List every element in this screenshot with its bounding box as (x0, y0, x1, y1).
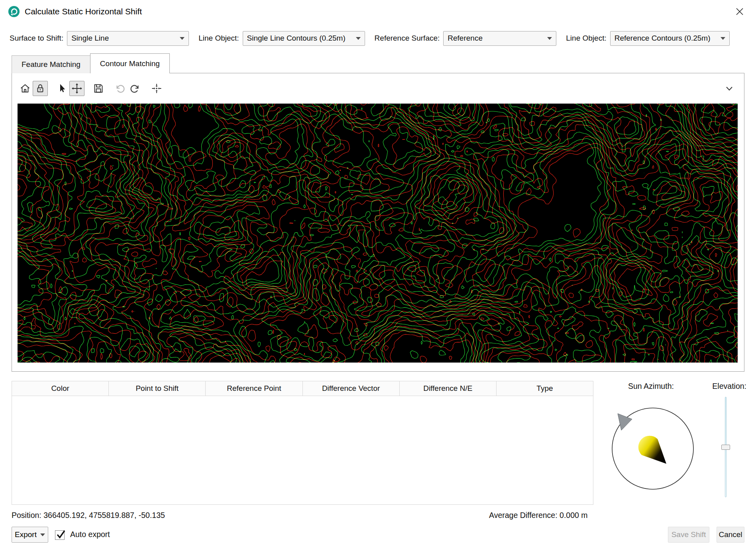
matching-tabs: Feature Matching Contour Matching (12, 53, 170, 73)
column-type[interactable]: Type (496, 381, 593, 396)
redo-icon[interactable] (128, 81, 143, 96)
tab-feature-matching[interactable]: Feature Matching (12, 55, 90, 73)
save-icon[interactable] (91, 81, 106, 96)
table-header: Color Point to Shift Reference Point Dif… (12, 381, 593, 396)
close-icon (735, 7, 744, 16)
column-reference-point[interactable]: Reference Point (205, 381, 302, 396)
reference-surface-value: Reference (448, 34, 483, 43)
surface-to-shift-label: Surface to Shift: (10, 34, 63, 43)
elevation-slider (721, 397, 730, 497)
close-button[interactable] (731, 3, 748, 20)
reference-surface-select[interactable]: Reference (443, 31, 556, 46)
shift-points-table: Color Point to Shift Reference Point Dif… (12, 381, 593, 505)
elevation-label: Elevation: (712, 382, 746, 391)
pan-move-icon[interactable] (69, 81, 84, 96)
contour-matching-panel (12, 73, 744, 372)
line-object-shift-label: Line Object: (198, 34, 239, 43)
select-cursor-icon[interactable] (54, 81, 69, 96)
title-bar: Calculate Static Horizontal Shift (0, 0, 756, 23)
auto-export-checkbox[interactable] (55, 530, 65, 540)
column-color[interactable]: Color (12, 381, 109, 396)
average-difference-readout: Average Difference: 0.000 m (489, 511, 588, 520)
position-readout: Position: 366405.192, 4755819.887, -50.1… (12, 511, 165, 520)
line-object-reference-label: Line Object: (566, 34, 606, 43)
chevron-down-icon (180, 37, 185, 40)
undo-icon[interactable] (112, 81, 128, 96)
line-object-shift-select[interactable]: Single Line Contours (0.25m) (243, 31, 365, 46)
chevron-down-icon (40, 533, 45, 536)
surface-to-shift-value: Single Line (71, 34, 109, 43)
chevron-down-icon (547, 37, 552, 40)
sun-azimuth-label: Sun Azimuth: (628, 382, 674, 391)
surface-controls: Surface to Shift: Single Line Line Objec… (10, 31, 730, 46)
viewer-toolbar (12, 73, 744, 104)
chevron-down-icon (356, 37, 361, 40)
auto-export-label: Auto export (70, 530, 110, 539)
surface-to-shift-select[interactable]: Single Line (67, 31, 189, 46)
check-icon (55, 529, 67, 541)
line-object-shift-value: Single Line Contours (0.25m) (247, 34, 346, 43)
export-button-label: Export (15, 530, 37, 539)
sun-azimuth-dial[interactable] (608, 404, 697, 493)
table-body-empty (12, 396, 593, 505)
tab-contour-matching[interactable]: Contour Matching (90, 53, 170, 73)
elevation-slider-thumb[interactable] (721, 445, 730, 450)
calculate-shift-dialog: Calculate Static Horizontal Shift Surfac… (0, 0, 756, 553)
cancel-button[interactable]: Cancel (717, 527, 744, 543)
column-point-to-shift[interactable]: Point to Shift (108, 381, 206, 396)
line-object-reference-select[interactable]: Reference Contours (0.25m) (610, 31, 730, 46)
column-difference-vector[interactable]: Difference Vector (302, 381, 400, 396)
home-icon[interactable] (18, 81, 33, 96)
app-logo-icon (8, 6, 20, 18)
contour-viewer[interactable] (18, 104, 738, 363)
lock-icon[interactable] (33, 81, 48, 96)
line-object-reference-value: Reference Contours (0.25m) (615, 34, 711, 43)
save-shift-button[interactable]: Save Shift (668, 527, 709, 543)
collapse-chevron-icon[interactable] (720, 81, 738, 96)
dialog-title: Calculate Static Horizontal Shift (25, 7, 142, 16)
reference-surface-label: Reference Surface: (375, 34, 440, 43)
converge-points-icon[interactable] (149, 81, 164, 96)
chevron-down-icon (721, 37, 725, 40)
export-button[interactable]: Export (12, 527, 48, 543)
column-difference-ne[interactable]: Difference N/E (399, 381, 497, 396)
